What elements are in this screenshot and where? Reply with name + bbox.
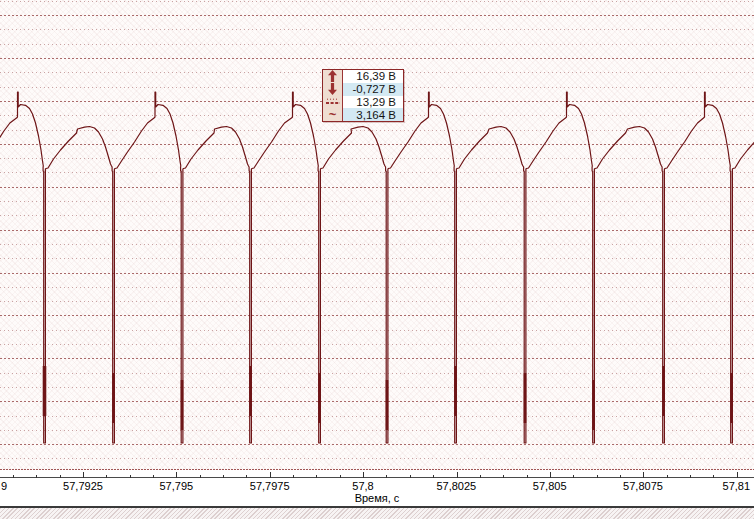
x-tick-major [550,472,551,478]
x-tick-label: 57,7975 [250,480,290,492]
x-tick-minor [410,475,411,478]
x-tick-label: 57,8075 [623,480,663,492]
x-tick-minor [153,475,154,478]
x-tick-minor [433,475,434,478]
x-tick-major [737,472,738,478]
x-tick-minor [713,475,714,478]
plot-area[interactable]: 16,39 В-0,727 В13,29 В~3,164 В [0,0,754,470]
x-tick-minor [223,475,224,478]
x-tick-minor [573,475,574,478]
tooltip-value: 16,39 В [343,70,403,83]
x-tick-minor [130,475,131,478]
max-arrow-up-icon [323,70,343,83]
x-tick-minor [60,475,61,478]
tooltip-value: 13,29 В [343,96,403,109]
tooltip-value: 3,164 В [343,108,403,121]
x-tick-minor [480,475,481,478]
x-tick-minor [690,475,691,478]
x-tick-minor [106,475,107,478]
x-tick-minor [667,475,668,478]
tooltip-row: -0,727 В [323,83,403,96]
window-bottom-edge [0,506,754,519]
x-tick-minor [597,475,598,478]
tooltip-value: -0,727 В [343,83,403,96]
tooltip-row: 16,39 В [323,70,403,83]
x-tick-minor [386,475,387,478]
x-tick-major [643,472,644,478]
oscilloscope-window: 16,39 В-0,727 В13,29 В~3,164 В 9 Время, … [0,0,754,519]
x-tick-minor [246,475,247,478]
x-tick-major [270,472,271,478]
x-tick-label-clipped: 9 [1,480,7,492]
x-tick-minor [13,475,14,478]
x-tick-minor [503,475,504,478]
x-tick-major [176,472,177,478]
x-tick-label: 57,8 [352,480,373,492]
x-axis: 9 Время, с 57,792557,79557,797557,857,80… [0,470,754,506]
x-tick-label: 57,81 [723,480,751,492]
x-axis-title: Время, с [355,492,400,504]
x-tick-major [83,472,84,478]
tilde-mean-icon: ~ [323,108,343,121]
x-tick-label: 57,795 [159,480,193,492]
x-tick-label: 57,7925 [63,480,103,492]
x-tick-minor [620,475,621,478]
x-tick-minor [36,475,37,478]
x-tick-minor [527,475,528,478]
x-tick-minor [316,475,317,478]
x-tick-major [363,472,364,478]
x-tick-minor [340,475,341,478]
x-tick-major [457,472,458,478]
min-arrow-down-icon [323,83,343,96]
measurement-tooltip: 16,39 В-0,727 В13,29 В~3,164 В [322,69,404,122]
x-tick-label: 57,805 [533,480,567,492]
x-tick-minor [200,475,201,478]
x-axis-line [0,477,754,478]
tooltip-row: ~3,164 В [323,108,403,121]
x-tick-label: 57,8025 [436,480,476,492]
x-tick-minor [293,475,294,478]
